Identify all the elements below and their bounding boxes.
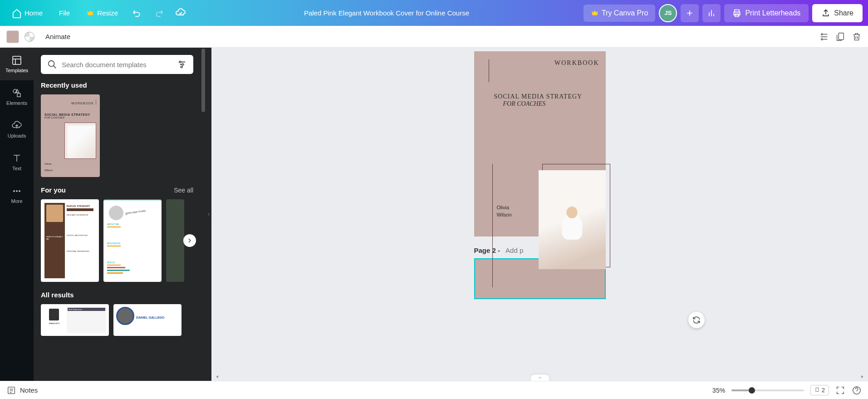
animate-button[interactable]: Animate: [40, 30, 76, 43]
print-button[interactable]: Print Letterheads: [724, 4, 809, 22]
more-icon: [11, 186, 22, 197]
cloud-sync-button[interactable]: [172, 4, 190, 22]
share-button[interactable]: Share: [812, 4, 863, 22]
recent-card-author2: Wilson: [44, 169, 96, 172]
canvas-scroll-left[interactable]: [213, 373, 221, 381]
svg-point-11: [180, 61, 181, 63]
plus-icon: [685, 9, 694, 18]
nav-more[interactable]: More: [0, 178, 34, 211]
author-text[interactable]: Olivia Wilson: [497, 204, 512, 218]
template-card-foryou-1[interactable]: HOW TO CONTACT ME RUFUS STEWART RELEVANT…: [41, 199, 99, 282]
nav-templates-label: Templates: [5, 68, 28, 73]
redo-button[interactable]: [150, 4, 168, 22]
side-panel-scrollbar[interactable]: [201, 48, 206, 381]
help-button[interactable]: [852, 385, 862, 395]
section-for-you-title: For you: [41, 186, 66, 194]
recent-card-image: [64, 123, 96, 159]
svg-rect-17: [816, 388, 819, 392]
avatar[interactable]: JS: [659, 4, 677, 22]
nav-text[interactable]: Text: [0, 146, 34, 178]
template-card-all-2[interactable]: DANIEL GALLEGO: [113, 304, 181, 336]
template-card-recent[interactable]: WORKBOOK SOCIAL MEDIA STRATEGY FOR COACH…: [41, 94, 100, 177]
scrollbar-thumb[interactable]: [201, 49, 205, 112]
chevron-left-icon: [206, 212, 211, 217]
help-icon: [852, 385, 862, 395]
nav-uploads[interactable]: Uploads: [0, 113, 34, 146]
svg-point-9: [19, 190, 20, 192]
nav-elements[interactable]: Elements: [0, 80, 34, 113]
notes-button[interactable]: Notes: [6, 385, 38, 395]
resize-button[interactable]: Resize: [80, 5, 124, 21]
collapse-panel-button[interactable]: [206, 48, 211, 381]
decorative-vertical-line: [492, 164, 493, 287]
duplicate-page-button[interactable]: [835, 32, 845, 42]
search-box[interactable]: [41, 55, 193, 74]
chevron-up-icon: [537, 375, 543, 380]
section-recently-used-title: Recently used: [41, 81, 87, 89]
triangle-right-icon: [860, 374, 864, 379]
fullscreen-button[interactable]: [835, 385, 845, 395]
delete-page-button[interactable]: [852, 32, 862, 42]
share-label: Share: [834, 9, 853, 17]
insights-button[interactable]: [702, 4, 721, 22]
text-icon: [11, 153, 22, 164]
decorative-line: [489, 59, 489, 82]
recent-card-title: SOCIAL MEDIA STRATEGY: [44, 113, 96, 116]
photo-placeholder[interactable]: [539, 170, 606, 269]
background-color-swatch[interactable]: [6, 30, 19, 43]
svg-rect-6: [17, 94, 20, 97]
notes-label: Notes: [20, 386, 38, 394]
expand-pages-button[interactable]: [531, 374, 549, 381]
triangle-left-icon: [215, 374, 220, 379]
bar-chart-icon: [707, 9, 716, 18]
spacing-button[interactable]: [819, 32, 829, 42]
add-member-button[interactable]: [681, 4, 699, 22]
page-count-button[interactable]: 2: [810, 385, 829, 395]
template-card-foryou-3[interactable]: [166, 199, 184, 282]
svg-rect-3: [839, 33, 843, 39]
filter-icon[interactable]: [177, 59, 187, 69]
transparency-icon[interactable]: [25, 32, 34, 42]
recent-card-subtitle: FOR COACHES: [44, 116, 96, 119]
crown-icon: [591, 9, 599, 17]
cloud-check-icon: [175, 8, 186, 19]
zoom-slider[interactable]: [731, 389, 804, 391]
zoom-slider-thumb[interactable]: [749, 387, 755, 394]
document-title[interactable]: Paled Pink Elegant Workbook Cover for On…: [193, 9, 580, 17]
nav-more-label: More: [11, 198, 22, 204]
notes-icon: [6, 385, 16, 395]
page-icon: [814, 387, 820, 393]
canvas-scroll-right[interactable]: [858, 373, 866, 381]
search-input[interactable]: [62, 61, 172, 69]
home-label: Home: [25, 9, 43, 17]
canvas-page-1[interactable]: WORKBOOK SOCIAL MEDIA STRATEGY FOR COACH…: [474, 51, 606, 236]
regenerate-button[interactable]: [688, 312, 705, 328]
see-all-link[interactable]: See all: [174, 187, 193, 194]
try-pro-button[interactable]: Try Canva Pro: [584, 5, 656, 22]
workbook-subtitle-text[interactable]: FOR COACHES: [503, 100, 599, 108]
home-button[interactable]: Home: [5, 5, 49, 22]
file-label: File: [59, 9, 70, 17]
redo-icon: [154, 8, 164, 18]
workbook-header-text[interactable]: WORKBOOK: [481, 59, 599, 67]
zoom-percentage[interactable]: 35%: [712, 387, 725, 394]
svg-point-7: [13, 190, 15, 192]
svg-point-12: [182, 64, 184, 65]
template-card-all-1[interactable]: FRANCISCO Work Experience: [41, 304, 109, 336]
svg-rect-4: [13, 56, 21, 64]
print-label: Print Letterheads: [745, 9, 800, 17]
resize-label: Resize: [97, 9, 118, 17]
undo-button[interactable]: [128, 4, 146, 22]
uploads-icon: [11, 120, 22, 131]
file-button[interactable]: File: [53, 5, 76, 20]
workbook-title-text[interactable]: SOCIAL MEDIA STRATEGY: [494, 93, 599, 100]
refresh-icon: [692, 315, 701, 325]
template-card-foryou-2[interactable]: greta mae evans ABOUT ME EDUCATION SKILL…: [103, 199, 162, 282]
nav-templates[interactable]: Templates: [0, 48, 34, 80]
page-number-label: Page 2 -: [474, 246, 500, 254]
page-title-input[interactable]: [505, 246, 524, 254]
svg-point-13: [181, 66, 182, 68]
carousel-next-button[interactable]: [183, 234, 196, 247]
chevron-right-icon: [186, 237, 193, 244]
duplicate-icon: [835, 32, 845, 42]
